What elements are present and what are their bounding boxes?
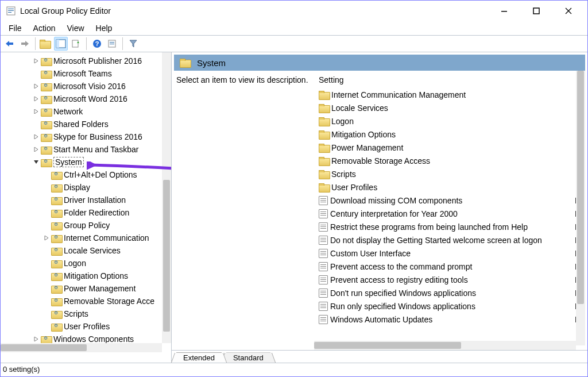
tree-pane: Microsoft Publisher 2016Microsoft TeamsM… [1, 52, 172, 363]
chevron-right-icon[interactable] [32, 145, 41, 154]
setting-item[interactable]: Run only specified Windows applicationsN [319, 299, 583, 313]
tree-item[interactable]: Driver Installation [1, 194, 171, 206]
folder-icon [51, 322, 61, 330]
tree-item-label: Microsoft Publisher 2016 [53, 56, 142, 66]
help-button[interactable]: ? [90, 37, 104, 51]
chevron-right-icon[interactable] [32, 107, 41, 116]
tree-item[interactable]: Display [1, 181, 171, 194]
chevron-right-icon[interactable] [32, 334, 41, 343]
tree-item[interactable]: Power Management [1, 282, 171, 295]
folder-icon [180, 59, 190, 67]
setting-item[interactable]: Power Management [319, 141, 583, 154]
setting-item[interactable]: Restrict these programs from being launc… [319, 220, 583, 233]
chevron-right-icon[interactable] [32, 82, 41, 91]
up-button[interactable] [39, 37, 53, 51]
description-column: Select an item to view its description. [176, 75, 314, 336]
tree-item[interactable]: Shared Folders [1, 118, 171, 130]
tree-item[interactable]: Microsoft Visio 2016 [1, 80, 171, 93]
setting-item[interactable]: Don't run specified Windows applications… [319, 286, 583, 299]
tree-horizontal-scrollbar[interactable] [1, 343, 162, 352]
setting-label: Restrict these programs from being launc… [330, 222, 528, 232]
setting-item[interactable]: Custom User InterfaceN [319, 247, 583, 260]
tree-item[interactable]: Mitigation Options [1, 270, 171, 282]
tree-item-label: Windows Components [53, 334, 134, 343]
tree-item[interactable]: Ctrl+Alt+Del Options [1, 168, 171, 181]
expander-spacer [42, 259, 51, 268]
tree-item[interactable]: Start Menu and Taskbar [1, 143, 171, 156]
tree-item[interactable]: Group Policy [1, 219, 171, 232]
tree-item-label: Folder Redirection [64, 208, 129, 217]
setting-item[interactable]: Scripts [319, 167, 583, 180]
close-button[interactable] [558, 2, 579, 20]
tree-item[interactable]: System [1, 156, 171, 168]
tree-item[interactable]: Microsoft Teams [1, 67, 171, 80]
chevron-down-icon[interactable] [32, 157, 41, 167]
tree-item[interactable]: Removable Storage Acce [1, 295, 171, 307]
properties-button[interactable] [105, 37, 119, 51]
folder-icon [319, 130, 329, 139]
tree-item[interactable]: Internet Communication [1, 232, 171, 244]
policy-icon [319, 275, 328, 284]
tree-item-label: Shared Folders [53, 120, 109, 129]
tree-item[interactable]: User Profiles [1, 320, 171, 333]
folder-icon [51, 284, 61, 293]
export-button[interactable] [69, 37, 83, 51]
tab-extended[interactable]: Extended [176, 352, 222, 363]
tree-item[interactable]: Logon [1, 257, 171, 270]
minimize-button[interactable] [493, 2, 515, 20]
tree-item[interactable]: Folder Redirection [1, 206, 171, 219]
setting-item[interactable]: Removable Storage Access [319, 154, 583, 167]
svg-rect-16 [110, 42, 114, 43]
setting-item[interactable]: Internet Communication Management [319, 88, 583, 101]
column-header-setting[interactable]: Setting [319, 75, 583, 84]
setting-item[interactable]: Logon [319, 114, 583, 128]
tree-item[interactable]: Microsoft Word 2016 [1, 93, 171, 105]
setting-item[interactable]: Locale Services [319, 101, 583, 114]
chevron-right-icon[interactable] [32, 56, 41, 66]
chevron-right-icon[interactable] [32, 132, 41, 141]
back-button[interactable] [3, 37, 17, 51]
details-horizontal-scrollbar[interactable] [314, 341, 576, 350]
setting-label: Removable Storage Access [331, 156, 430, 166]
setting-item[interactable]: User Profiles [319, 180, 583, 194]
svg-text:?: ? [95, 40, 99, 47]
svg-rect-3 [8, 12, 11, 13]
show-tree-button[interactable] [54, 37, 68, 51]
tree-item[interactable]: Scripts [1, 307, 171, 320]
tree-item[interactable]: Network [1, 105, 171, 118]
filter-button[interactable] [126, 37, 140, 51]
description-text: Select an item to view its description. [176, 75, 308, 84]
policy-icon [319, 209, 328, 218]
tree-item[interactable]: Locale Services [1, 244, 171, 257]
tree-vertical-scrollbar[interactable] [162, 52, 171, 343]
setting-label: Run only specified Windows applications [330, 302, 475, 311]
menu-help[interactable]: Help [90, 22, 118, 34]
menu-file[interactable]: File [3, 22, 28, 34]
tree-item-label: Skype for Business 2016 [53, 132, 142, 141]
setting-item[interactable]: Download missing COM componentsN [319, 194, 583, 207]
tree-item-label: Power Management [64, 284, 136, 293]
setting-label: Scripts [331, 170, 356, 179]
tab-standard[interactable]: Standard [226, 352, 270, 363]
setting-item[interactable]: Mitigation Options [319, 128, 583, 141]
menu-action[interactable]: Action [28, 22, 61, 34]
forward-button[interactable] [18, 37, 32, 51]
svg-rect-8 [9, 43, 13, 45]
menu-view[interactable]: View [61, 22, 90, 34]
tree-item[interactable]: Microsoft Publisher 2016 [1, 55, 171, 67]
setting-item[interactable]: Do not display the Getting Started welco… [319, 233, 583, 247]
expander-spacer [42, 221, 51, 230]
svg-rect-1 [8, 9, 14, 9]
tree-item[interactable]: Windows Components [1, 333, 171, 343]
setting-item[interactable]: Windows Automatic UpdatesN [319, 313, 583, 326]
tree-item[interactable]: Skype for Business 2016 [1, 130, 171, 143]
expander-spacer [42, 195, 51, 205]
tree-item-label: Start Menu and Taskbar [53, 145, 138, 154]
setting-item[interactable]: Century interpretation for Year 2000N [319, 207, 583, 220]
setting-item[interactable]: Prevent access to the command promptN [319, 260, 583, 273]
chevron-right-icon[interactable] [42, 233, 51, 243]
setting-item[interactable]: Prevent access to registry editing tools… [319, 273, 583, 286]
maximize-button[interactable] [525, 2, 547, 20]
chevron-right-icon[interactable] [32, 94, 41, 103]
details-vertical-scrollbar[interactable] [576, 71, 585, 345]
